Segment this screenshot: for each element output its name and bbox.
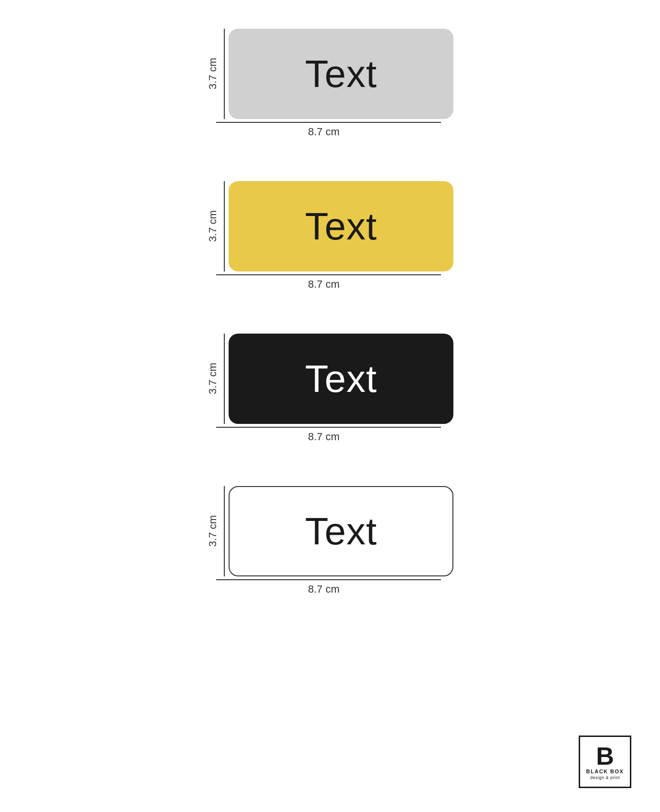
vertical-line-grey [224, 29, 225, 119]
badge-grey: Text [229, 29, 453, 119]
badge-outline: Text [229, 486, 453, 576]
badge-text-outline: Text [305, 509, 377, 553]
badge-group-gold: 3.7 cm Text 8.7 cm [207, 181, 453, 291]
width-label-grey: 8.7 cm [207, 126, 431, 138]
height-label-grey: 3.7 cm [207, 58, 219, 89]
vertical-line-outline [224, 486, 225, 576]
horizontal-line-gold [216, 274, 441, 275]
badge-row-black: 3.7 cm Text [207, 334, 453, 424]
badge-black: Text [229, 334, 453, 424]
brand-logo: B BLACK BOX design & print [579, 736, 631, 788]
horizontal-line-black [216, 427, 441, 428]
badge-row-gold: 3.7 cm Text [207, 181, 453, 271]
width-label-row-grey [207, 122, 441, 123]
badge-text-black: Text [305, 357, 377, 401]
vertical-line-gold [224, 181, 225, 271]
height-label-black: 3.7 cm [207, 363, 219, 394]
badge-gold: Text [229, 181, 453, 271]
badge-text-grey: Text [305, 52, 377, 96]
width-label-row-gold [207, 274, 441, 275]
badge-text-gold: Text [305, 205, 377, 249]
logo-letter: B [596, 744, 614, 769]
horizontal-line-grey [216, 122, 441, 123]
badge-group-outline: 3.7 cm Text 8.7 cm [207, 486, 453, 595]
badge-row-outline: 3.7 cm Text [207, 486, 453, 576]
height-label-outline: 3.7 cm [207, 515, 219, 547]
width-label-row-black [207, 427, 441, 428]
badge-group-black: 3.7 cm Text 8.7 cm [207, 334, 453, 443]
width-label-outline: 8.7 cm [207, 583, 431, 595]
badge-row-grey: 3.7 cm Text [207, 29, 453, 119]
width-label-row-outline [207, 579, 441, 580]
height-label-gold: 3.7 cm [207, 210, 219, 242]
horizontal-line-outline [216, 579, 441, 580]
vertical-line-black [224, 334, 225, 424]
width-label-black: 8.7 cm [207, 431, 431, 443]
logo-tagline: design & print [590, 775, 620, 780]
logo-brand-name: BLACK BOX [586, 769, 624, 775]
badge-group-grey: 3.7 cm Text 8.7 cm [207, 29, 453, 138]
width-label-gold: 8.7 cm [207, 278, 431, 291]
